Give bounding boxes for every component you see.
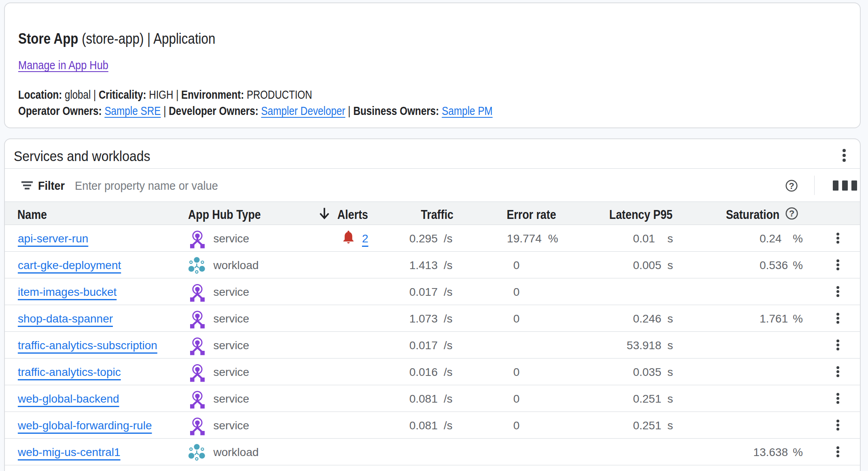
svg-text:?: ?	[789, 208, 794, 219]
svg-text:?: ?	[789, 180, 794, 191]
